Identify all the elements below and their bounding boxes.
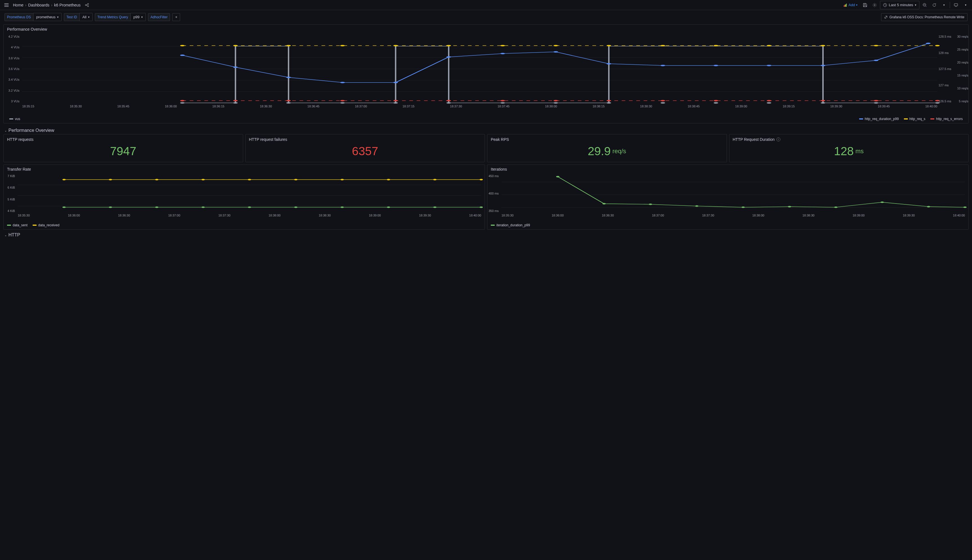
svg-point-70 (714, 102, 718, 103)
share-icon[interactable] (83, 1, 91, 9)
svg-point-19 (393, 82, 398, 83)
svg-point-25 (714, 65, 718, 66)
kiosk-dropdown[interactable]: ▾ (961, 1, 970, 9)
svg-point-61 (233, 102, 238, 103)
svg-point-89 (109, 207, 112, 208)
svg-point-50 (446, 100, 451, 101)
svg-point-92 (248, 207, 251, 208)
svg-rect-4 (845, 5, 846, 7)
refresh-icon[interactable] (930, 1, 939, 9)
row-http[interactable]: ⌄ HTTP (0, 230, 972, 239)
transfer-legend: data_sentdata_received (4, 223, 485, 229)
panel-http-requests[interactable]: HTTP requests 7947 (3, 134, 243, 162)
breadcrumb: Home › Dashboards › k6 Prometheus (13, 3, 80, 7)
svg-point-107 (834, 207, 838, 208)
time-range-label: Last 5 minutes (889, 3, 913, 7)
adhoc-add-button[interactable]: + (172, 13, 180, 21)
overview-legend: vus http_req_duration_p99http_req_shttp_… (4, 117, 968, 123)
svg-point-31 (233, 45, 238, 47)
panel-title[interactable]: Iterations (487, 165, 968, 173)
stat-value: 7947 (7, 142, 239, 159)
stat-title: HTTP request failures (249, 137, 482, 142)
panel-http-duration[interactable]: HTTP Request Durationi 128ms (729, 134, 969, 162)
svg-point-110 (963, 207, 967, 208)
docs-link[interactable]: Grafana k6 OSS Docs: Prometheus Remote W… (881, 13, 967, 21)
info-icon[interactable]: i (776, 137, 780, 142)
zoom-out-icon[interactable] (920, 1, 929, 9)
svg-point-63 (340, 102, 345, 103)
svg-point-101 (556, 176, 559, 177)
svg-point-84 (341, 179, 344, 180)
var-testid-label: Test ID (64, 13, 79, 21)
time-range-button[interactable]: Last 5 minutes ▾ (880, 1, 919, 9)
iterations-legend: iteration_duration_p99 (487, 223, 968, 229)
row-performance-overview[interactable]: ⌄ Performance Overview (0, 125, 972, 134)
breadcrumb-dashboards[interactable]: Dashboards (28, 3, 50, 7)
legend-item[interactable]: data_sent (7, 223, 28, 227)
svg-point-23 (606, 63, 611, 64)
svg-point-71 (767, 102, 771, 103)
svg-point-1 (87, 3, 89, 5)
svg-point-109 (927, 206, 930, 207)
svg-point-73 (874, 102, 878, 103)
svg-point-47 (286, 100, 291, 101)
panel-http-failures[interactable]: HTTP request failures 6357 (245, 134, 485, 162)
legend-item[interactable]: vus (9, 117, 20, 121)
stat-value: 6357 (249, 142, 482, 159)
svg-point-46 (233, 100, 238, 101)
svg-point-49 (393, 100, 398, 101)
svg-point-90 (155, 207, 159, 208)
svg-point-56 (767, 100, 771, 101)
svg-point-67 (554, 102, 558, 103)
svg-point-103 (649, 203, 652, 205)
legend-item[interactable]: iteration_duration_p99 (491, 223, 530, 227)
top-header: Home › Dashboards › k6 Prometheus Add ▾ … (0, 0, 972, 10)
svg-point-79 (109, 179, 112, 180)
legend-item[interactable]: http_req_s_errors (930, 117, 963, 121)
svg-point-17 (286, 77, 291, 78)
breadcrumb-home[interactable]: Home (13, 3, 23, 7)
svg-point-64 (393, 102, 398, 103)
legend-item[interactable]: data_received (33, 223, 59, 227)
svg-point-53 (606, 100, 611, 101)
panel-peak-rps[interactable]: Peak RPS 29.9req/s (487, 134, 727, 162)
var-prometheus-ds-select[interactable]: prometheus▾ (33, 13, 62, 21)
iterations-chart[interactable]: 450 ms400 ms350 ms 18:35:3018:36:0018:36… (487, 173, 968, 223)
menu-icon[interactable] (2, 1, 11, 9)
legend-item[interactable]: http_req_duration_p99 (859, 117, 899, 121)
var-trend-select[interactable]: p99▾ (130, 13, 146, 21)
svg-point-15 (180, 55, 185, 56)
add-label: Add (848, 3, 855, 7)
svg-point-86 (433, 179, 437, 180)
svg-point-91 (201, 207, 205, 208)
add-button[interactable]: Add ▾ (841, 2, 860, 8)
svg-point-16 (233, 66, 238, 68)
var-testid-select[interactable]: All▾ (79, 13, 93, 21)
panel-title[interactable]: Transfer Rate (4, 165, 485, 173)
svg-point-94 (341, 207, 344, 208)
save-icon[interactable] (861, 1, 869, 9)
legend-item[interactable]: http_req_s (904, 117, 925, 121)
transfer-chart[interactable]: 7 KiB6 KiB5 KiB4 KiB 18:35:3018:36:0018:… (4, 173, 485, 223)
svg-point-2 (87, 6, 89, 7)
svg-point-72 (821, 102, 825, 103)
breadcrumb-current: k6 Prometheus (54, 3, 80, 7)
var-prometheus-ds-label: Prometheus DS (5, 13, 33, 21)
svg-point-6 (874, 5, 875, 6)
overview-chart[interactable]: 4.2 VUs4 VUs3.8 VUs3.6 VUs3.4 VUs3.2 VUs… (4, 33, 968, 117)
svg-point-58 (874, 100, 878, 101)
panel-performance-overview: Performance Overview 4.2 VUs4 VUs3.8 VUs… (3, 25, 969, 123)
panel-title[interactable]: Performance Overview (4, 25, 968, 33)
svg-point-45 (180, 100, 185, 101)
refresh-dropdown[interactable]: ▾ (940, 1, 948, 9)
svg-point-28 (874, 60, 878, 61)
svg-point-81 (201, 179, 205, 180)
gear-icon[interactable] (870, 1, 879, 9)
variable-bar: Prometheus DS prometheus▾ Test ID All▾ T… (0, 10, 972, 23)
svg-point-108 (880, 202, 884, 203)
svg-point-95 (387, 207, 390, 208)
tv-icon[interactable] (952, 1, 960, 9)
svg-point-78 (62, 179, 66, 180)
svg-point-20 (446, 56, 451, 58)
var-adhoc-label: AdhocFilter (148, 13, 170, 21)
